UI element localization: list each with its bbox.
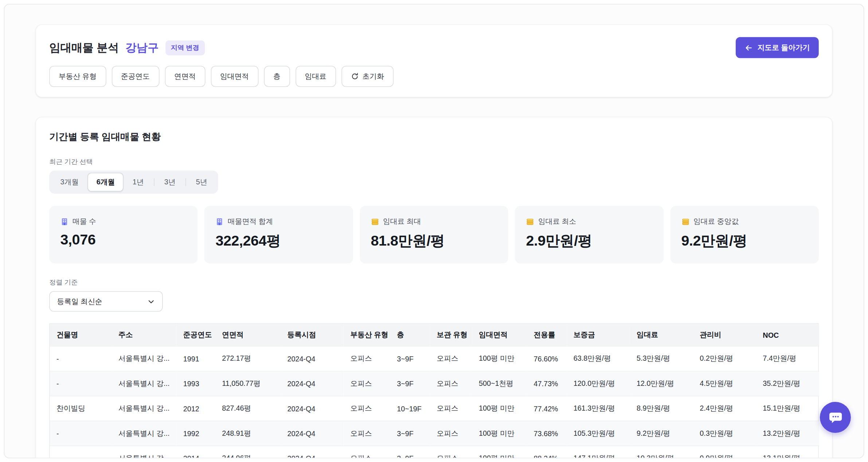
period-select-label: 최근 기간 선택	[49, 157, 819, 167]
stat-label: 매물 수	[73, 216, 96, 226]
filter-rent-area[interactable]: 임대면적	[211, 66, 258, 87]
filter-label: 연면적	[174, 71, 196, 81]
chat-button[interactable]	[820, 402, 851, 433]
table-cell: 오피스	[344, 371, 390, 396]
table-cell: 500~1천평	[472, 371, 527, 396]
table-cell: 서울특별시 강...	[112, 371, 177, 396]
table-cell: 2012	[177, 396, 215, 421]
page-title: 임대매물 분석	[49, 40, 119, 55]
column-header: 보증금	[567, 324, 630, 346]
stat-card-rent-min: 임대료 최소 2.9만원/평	[515, 206, 664, 263]
table-body: -서울특별시 강...1991272.17평2024-Q4오피스3~9F오피스1…	[50, 346, 820, 458]
refresh-icon	[351, 73, 359, 80]
reset-filters-button[interactable]: 초기화	[341, 66, 394, 87]
table-cell: 13.2만원/평	[756, 421, 819, 446]
table-cell: 9.2만원/평	[630, 421, 693, 446]
column-header: 주소	[112, 324, 177, 346]
table-cell: 827.46평	[215, 396, 281, 421]
table-cell: 35.2만원/평	[756, 371, 819, 396]
table-cell: -	[50, 371, 112, 396]
segment-divider	[154, 178, 155, 186]
table-cell: 3~9F	[390, 421, 430, 446]
period-3y[interactable]: 3년	[155, 173, 184, 192]
table-cell: 15.1만원/평	[756, 396, 819, 421]
table-cell: 오피스	[344, 446, 390, 458]
listings-table: 건물명주소준공연도연면적등록시점부동산 유형층보관 유형임대면적전용률보증금임대…	[49, 323, 819, 458]
filter-gross-area[interactable]: 연면적	[165, 66, 205, 87]
page: 임대매물 분석 강남구 지역 변경 지도로 돌아가기 부동산 유형 준공연도 연…	[4, 4, 864, 458]
table-cell: 73.68%	[527, 421, 567, 446]
app-viewport: 임대매물 분석 강남구 지역 변경 지도로 돌아가기 부동산 유형 준공연도 연…	[0, 0, 868, 462]
back-to-map-button[interactable]: 지도로 돌아가기	[736, 37, 818, 58]
table-cell: 77.42%	[527, 396, 567, 421]
table-cell: 100평 미만	[472, 396, 527, 421]
stat-card-area-total: 매물면적 합계 322,264평	[204, 206, 353, 263]
stat-value: 81.8만원/평	[371, 231, 497, 251]
stat-label: 임대료 중앙값	[693, 216, 739, 226]
table-cell: 오피스	[344, 396, 390, 421]
column-header: NOC	[756, 324, 819, 346]
table-cell: 3~9F	[390, 371, 430, 396]
stat-label: 임대료 최대	[383, 216, 421, 226]
table-cell: 11,050.77평	[215, 371, 281, 396]
period-5y[interactable]: 5년	[187, 173, 216, 192]
table-cell: 100평 미만	[472, 346, 527, 371]
period-6m[interactable]: 6개월	[87, 173, 124, 192]
page-content: 임대매물 분석 강남구 지역 변경 지도로 돌아가기 부동산 유형 준공연도 연…	[4, 4, 864, 458]
table-cell: 찬이빌딩	[50, 396, 112, 421]
table-row[interactable]: -서울특별시 강...2014244.96평2024-Q4오피스3~9F오피스1…	[50, 446, 820, 458]
table-cell: 12.0만원/평	[630, 371, 693, 396]
table-cell: -	[50, 346, 112, 371]
table-cell: 서울특별시 강...	[112, 346, 177, 371]
table-cell: 100평 미만	[472, 446, 527, 458]
table-cell: 2024-Q4	[281, 396, 344, 421]
column-header: 임대면적	[472, 324, 527, 346]
filter-label: 임대면적	[220, 71, 249, 81]
period-segmented-control: 3개월 6개월 1년 3년 5년	[49, 171, 218, 194]
stat-card-rent-max: 임대료 최대 81.8만원/평	[360, 206, 508, 263]
column-header: 전용률	[527, 324, 567, 346]
building-icon	[60, 217, 69, 226]
period-3m[interactable]: 3개월	[51, 173, 87, 192]
table-cell: 오피스	[344, 421, 390, 446]
column-header: 관리비	[693, 324, 756, 346]
filter-property-type[interactable]: 부동산 유형	[49, 66, 106, 87]
chat-bubble-icon	[828, 410, 843, 425]
region-change-badge[interactable]: 지역 변경	[165, 40, 205, 55]
table-cell: 1991	[177, 346, 215, 371]
filter-label: 임대료	[305, 71, 326, 81]
table-cell: 1993	[177, 371, 215, 396]
filter-rent[interactable]: 임대료	[296, 66, 336, 87]
column-header: 건물명	[50, 324, 112, 346]
column-header: 준공연도	[177, 324, 215, 346]
table-cell: 서울특별시 강...	[112, 421, 177, 446]
table-cell: 88.24%	[527, 446, 567, 458]
sort-dropdown-value: 등록일 최신순	[57, 296, 102, 306]
table-row[interactable]: -서울특별시 강...199311,050.77평2024-Q4오피스3~9F오…	[50, 371, 820, 396]
table-row[interactable]: -서울특별시 강...1992248.91평2024-Q4오피스3~9F오피스1…	[50, 421, 820, 446]
filter-floor[interactable]: 층	[264, 66, 290, 87]
sort-label: 정렬 기준	[49, 278, 819, 287]
table-cell: 161.3만원/평	[567, 396, 630, 421]
coins-icon	[371, 217, 379, 226]
stat-label: 매물면적 합계	[228, 216, 273, 226]
listings-card: 기간별 등록 임대매물 현황 최근 기간 선택 3개월 6개월 1년 3년 5년	[35, 117, 833, 458]
table-cell: 120.0만원/평	[567, 371, 630, 396]
arrow-left-icon	[745, 43, 753, 52]
table-cell: 0.3만원/평	[693, 421, 756, 446]
table-cell: 오피스	[430, 396, 472, 421]
table-header-row: 건물명주소준공연도연면적등록시점부동산 유형층보관 유형임대면적전용률보증금임대…	[50, 324, 820, 346]
table-cell: 0.2만원/평	[693, 346, 756, 371]
period-1y[interactable]: 1년	[124, 173, 152, 192]
table-cell: 3~9F	[390, 446, 430, 458]
sort-dropdown[interactable]: 등록일 최신순	[49, 291, 163, 312]
table-cell: 76.60%	[527, 346, 567, 371]
filter-label: 층	[273, 71, 281, 81]
table-row[interactable]: 찬이빌딩서울특별시 강...2012827.46평2024-Q4오피스10~19…	[50, 396, 820, 421]
filter-build-year[interactable]: 준공연도	[112, 66, 159, 87]
stat-card-listing-count: 매물 수 3,076	[49, 206, 198, 263]
table-cell: 10~19F	[390, 396, 430, 421]
coins-icon	[681, 217, 689, 226]
table-cell: 10.3만원/평	[630, 446, 693, 458]
table-row[interactable]: -서울특별시 강...1991272.17평2024-Q4오피스3~9F오피스1…	[50, 346, 820, 371]
